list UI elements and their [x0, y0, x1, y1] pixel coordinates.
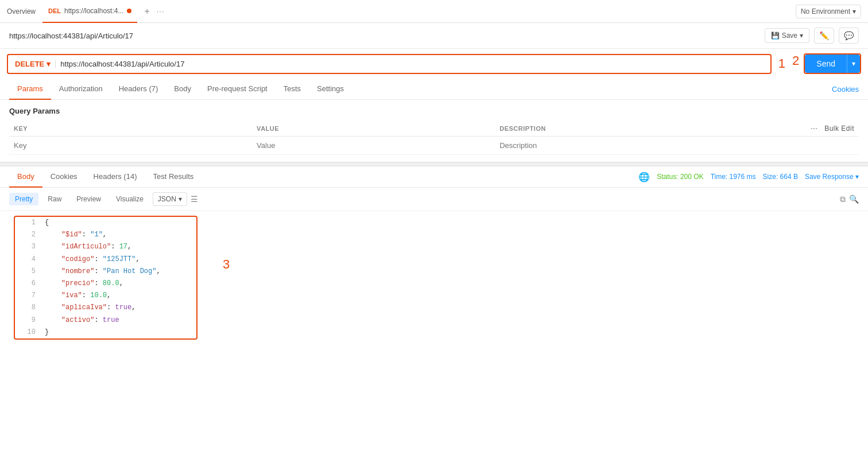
response-tabs: Body Cookies Headers (14) Test Results 🌐…	[0, 166, 868, 188]
search-icon[interactable]: 🔍	[849, 194, 859, 204]
label-3: 3	[223, 257, 230, 272]
url-input[interactable]	[56, 59, 764, 69]
method-label: DELETE	[15, 60, 44, 68]
query-params-section: Query Params KEY VALUE DESCRIPTION ··· B…	[0, 100, 868, 162]
new-tab-button[interactable]: +	[144, 6, 149, 17]
tab-more-button[interactable]: ···	[157, 7, 165, 15]
chevron-down-icon: ▾	[852, 7, 856, 15]
url-title-bar: https://localhost:44381/api/Articulo/17 …	[0, 23, 868, 49]
response-tab-headers[interactable]: Headers (14)	[86, 166, 145, 188]
description-input[interactable]	[499, 141, 733, 150]
filter-icon[interactable]: ☰	[191, 194, 198, 204]
copy-icon[interactable]: ⧉	[840, 194, 846, 204]
label-2: 2	[792, 53, 799, 74]
tab-method: DEL	[48, 7, 61, 14]
tab-headers[interactable]: Headers (7)	[111, 79, 166, 100]
top-navigation-bar: Overview DEL https://localhost:4... + ··…	[0, 0, 868, 23]
code-line-8: 8 "aplicaIva": true,	[15, 302, 196, 314]
format-pretty[interactable]: Pretty	[9, 193, 38, 205]
url-actions: 💾 Save ▾ ✏️ 💬	[765, 28, 859, 44]
tab-unsaved-indicator	[127, 9, 131, 13]
cookies-link[interactable]: Cookies	[832, 85, 859, 94]
tab-url: https://localhost:4...	[64, 7, 123, 15]
key-column-header: KEY	[9, 121, 252, 137]
response-tab-body[interactable]: Body	[9, 166, 42, 188]
code-line-7: 7 "iva": 10.0,	[15, 290, 196, 302]
response-code-block: 1 { 2 "$id": "1", 3 "idArticulo": 17, 4 …	[14, 216, 197, 340]
key-input[interactable]	[14, 141, 247, 150]
environment-selector[interactable]: No Environment ▾	[796, 5, 861, 18]
response-size: Size: 664 B	[763, 173, 798, 181]
comment-button[interactable]: 💬	[839, 28, 859, 44]
method-url-container: DELETE ▾	[7, 54, 772, 74]
format-bar: Pretty Raw Preview Visualize JSON ▾ ☰ ⧉ …	[0, 188, 868, 211]
request-tab[interactable]: DEL https://localhost:4...	[42, 0, 137, 23]
tab-authorization[interactable]: Authorization	[51, 79, 111, 100]
query-params-title: Query Params	[9, 107, 859, 115]
response-section: Body Cookies Headers (14) Test Results 🌐…	[0, 166, 868, 467]
globe-icon: 🌐	[638, 172, 650, 182]
tab-prerequest[interactable]: Pre-request Script	[199, 79, 276, 100]
overview-link[interactable]: Overview	[7, 7, 36, 15]
tab-params[interactable]: Params	[9, 79, 51, 100]
response-tab-cookies[interactable]: Cookies	[42, 166, 86, 188]
tab-settings[interactable]: Settings	[309, 79, 352, 100]
http-method-selector[interactable]: DELETE ▾	[15, 60, 56, 68]
response-status-area: 🌐 Status: 200 OK Time: 1976 ms Size: 664…	[638, 172, 859, 182]
request-title: https://localhost:44381/api/Articulo/17	[9, 32, 133, 40]
save-icon: 💾	[771, 32, 780, 40]
send-button-group: Send ▾	[804, 53, 861, 74]
edit-button[interactable]: ✏️	[814, 28, 834, 44]
chevron-down-icon: ▾	[179, 195, 182, 203]
chevron-down-icon: ▾	[800, 32, 803, 40]
send-button[interactable]: Send	[805, 55, 847, 73]
json-label: JSON	[158, 195, 176, 203]
format-raw[interactable]: Raw	[42, 193, 67, 205]
code-line-9: 9 "activo": true	[15, 314, 196, 326]
response-tab-test-results[interactable]: Test Results	[145, 166, 202, 188]
code-line-10: 10 }	[15, 326, 196, 338]
label-1: 1	[778, 56, 785, 71]
send-button-area: 2 Send ▾	[792, 53, 861, 74]
format-visualize[interactable]: Visualize	[110, 193, 149, 205]
params-table: KEY VALUE DESCRIPTION ··· Bulk Edit	[9, 121, 859, 155]
json-format-selector[interactable]: JSON ▾	[153, 192, 187, 206]
table-row	[9, 137, 859, 155]
bulk-edit-button[interactable]: Bulk Edit	[824, 124, 854, 133]
section-divider	[0, 162, 868, 166]
request-tabs: Params Authorization Headers (7) Body Pr…	[0, 79, 868, 100]
code-line-4: 4 "codigo": "125JTT",	[15, 254, 196, 266]
value-column-header: VALUE	[252, 121, 495, 137]
chevron-down-icon: ▾	[46, 60, 51, 68]
format-preview[interactable]: Preview	[71, 193, 107, 205]
code-line-3: 3 "idArticulo": 17,	[15, 241, 196, 253]
status-badge: Status: 200 OK	[657, 173, 703, 181]
save-response-button[interactable]: Save Response ▾	[805, 173, 859, 181]
code-line-1: 1 {	[15, 217, 196, 229]
save-button[interactable]: 💾 Save ▾	[765, 28, 809, 43]
description-column-header: DESCRIPTION	[495, 121, 738, 137]
tab-body[interactable]: Body	[166, 79, 199, 100]
response-time: Time: 1976 ms	[711, 173, 756, 181]
code-line-6: 6 "precio": 80.0,	[15, 278, 196, 290]
code-line-2: 2 "$id": "1",	[15, 229, 196, 241]
environment-label: No Environment	[801, 7, 850, 15]
value-input[interactable]	[257, 141, 490, 150]
send-dropdown-button[interactable]: ▾	[847, 55, 860, 73]
request-section: DELETE ▾ 1 2 Send ▾ Params Authorization	[0, 49, 868, 162]
code-line-5: 5 "nombre": "Pan Hot Dog",	[15, 266, 196, 278]
tab-tests[interactable]: Tests	[276, 79, 309, 100]
more-options-icon[interactable]: ···	[811, 125, 817, 132]
